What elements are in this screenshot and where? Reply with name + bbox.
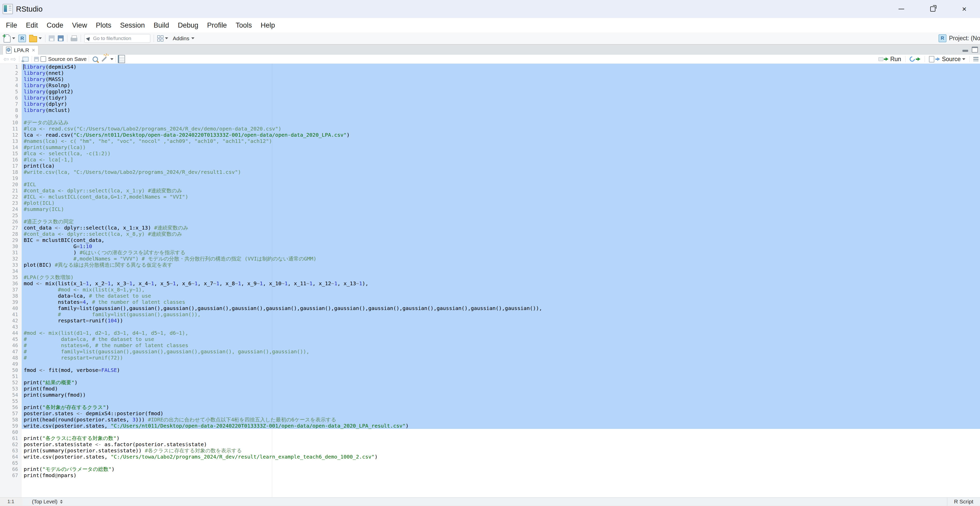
tab-close-icon[interactable]: ×	[32, 48, 35, 53]
code-line[interactable]: 24#summary(ICL)	[0, 206, 980, 212]
code-editor[interactable]: 1library(depmixS4)2library(nnet)3library…	[0, 64, 980, 497]
code-line[interactable]: 14#print(summary(lca))	[0, 144, 980, 150]
code-line[interactable]: 27cont_data <- dplyr::select(lca, x_1:x_…	[0, 224, 980, 231]
menu-file[interactable]: File	[2, 18, 22, 32]
new-file-button[interactable]: +	[2, 33, 17, 44]
code-line[interactable]: 38 data=lca, # the dataset to use	[0, 293, 980, 299]
code-line[interactable]: 13#names(lca) <- c( "hm", "he", "voc", "…	[0, 138, 980, 144]
code-line[interactable]: 50fmod <- fit(mod, verbose=FALSE)	[0, 367, 980, 373]
menu-edit[interactable]: Edit	[22, 18, 43, 32]
code-line[interactable]: 67print(fmod@npars)	[0, 472, 980, 478]
minimize-button[interactable]	[886, 0, 917, 18]
code-line[interactable]: 42 respstart=runif(104))	[0, 317, 980, 324]
code-line[interactable]: 39 nstates=4, # the number of latent cla…	[0, 299, 980, 305]
code-line[interactable]: 55	[0, 398, 980, 404]
code-line[interactable]: 2library(nnet)	[0, 70, 980, 76]
code-line[interactable]: 64write.csv(posterior.states, "C:/Users/…	[0, 453, 980, 460]
code-line[interactable]: 20#ICL	[0, 181, 980, 188]
code-line[interactable]: 25	[0, 212, 980, 218]
code-line[interactable]: 21#cont_data <- dplyr::select(lca, x_1:y…	[0, 188, 980, 194]
code-line[interactable]: 22#ICL <- mclustICL(cont_data,G=1:7,mode…	[0, 194, 980, 200]
save-all-button[interactable]	[56, 33, 65, 44]
code-line[interactable]: 19	[0, 175, 980, 181]
open-file-button[interactable]	[28, 33, 43, 44]
code-line[interactable]: 10#データの読み込み	[0, 119, 980, 126]
code-line[interactable]: 34	[0, 268, 980, 274]
file-type-selector[interactable]: R Script	[947, 498, 980, 506]
code-line[interactable]: 65	[0, 460, 980, 466]
code-line[interactable]: 45# data=lca, # the dataset to use	[0, 336, 980, 342]
code-line[interactable]: 66print("モデルのパラメータの総数")	[0, 466, 980, 472]
forward-icon[interactable]: ⇨	[10, 56, 17, 62]
code-line[interactable]: 54print(summary(fmod))	[0, 392, 980, 398]
scope-selector[interactable]: (Top Level)	[32, 499, 63, 505]
menu-view[interactable]: View	[68, 18, 92, 32]
code-line[interactable]: 52print("結果の概要")	[0, 379, 980, 385]
code-line[interactable]: 62posterior.states$state <- as.factor(po…	[0, 441, 980, 447]
code-line[interactable]: 31 ) #Gはいくつの潜在クラスを試すかを指示する	[0, 250, 980, 256]
code-line[interactable]: 4library(Rsolnp)	[0, 82, 980, 89]
code-line[interactable]: 11#lca <- read.csv("C:/Users/towa/Labo2/…	[0, 126, 980, 132]
tab-lpa-r[interactable]: LPA.R ×	[3, 45, 38, 55]
code-line[interactable]: 56print("各対象が存在するクラス")	[0, 404, 980, 411]
restore-button[interactable]	[917, 0, 948, 18]
minimize-pane-icon[interactable]	[963, 50, 968, 52]
code-line[interactable]: 12lca <- read.csv("C:/Users/nt011/Deskto…	[0, 132, 980, 138]
code-line[interactable]: 7library(dplyr)	[0, 101, 980, 107]
menu-session[interactable]: Session	[116, 18, 149, 32]
code-line[interactable]: 57posterior.states <- depmixS4::posterio…	[0, 411, 980, 417]
find-replace-icon[interactable]	[92, 56, 98, 62]
code-line[interactable]: 3library(MASS)	[0, 76, 980, 82]
code-line[interactable]: 43	[0, 324, 980, 330]
code-tools-caret-icon[interactable]	[110, 58, 113, 60]
menu-build[interactable]: Build	[149, 18, 173, 32]
close-button[interactable]: ×	[948, 0, 980, 18]
code-line[interactable]: 61print("各クラスに存在する対象の数")	[0, 435, 980, 441]
print-button[interactable]	[69, 33, 79, 44]
menu-profile[interactable]: Profile	[203, 18, 231, 32]
code-line[interactable]: 33plot(BIC) #異なる線は共分散構造に関する異なる仮定を表す	[0, 262, 980, 268]
save-button[interactable]	[47, 33, 56, 44]
code-line[interactable]: 40 family=list(gaussian(),gaussian(),gau…	[0, 305, 980, 311]
code-line[interactable]: 5library(ggplot2)	[0, 89, 980, 95]
code-line[interactable]: 9	[0, 113, 980, 119]
code-line[interactable]: 63print(summary(posterior.states$state))…	[0, 447, 980, 453]
menu-tools[interactable]: Tools	[231, 18, 256, 32]
code-line[interactable]: 8library(mclust)	[0, 107, 980, 113]
compile-report-icon[interactable]	[118, 55, 125, 63]
maximize-pane-icon[interactable]	[972, 47, 978, 53]
workspace-panes-button[interactable]	[156, 33, 170, 44]
code-tools-icon[interactable]	[102, 56, 107, 62]
menu-plots[interactable]: Plots	[92, 18, 116, 32]
run-button[interactable]: Run	[877, 55, 903, 63]
addins-button[interactable]: Addins	[170, 33, 196, 44]
code-line[interactable]: 17print(lca)	[0, 163, 980, 169]
code-line[interactable]: 28#cont_data <- dplyr::select(lca, x_8,y…	[0, 231, 980, 237]
code-line[interactable]: 16#lca <- lca[-1,]	[0, 156, 980, 163]
code-line[interactable]: 29BIC = mclustBIC(cont_data,	[0, 237, 980, 243]
open-in-new-window-icon[interactable]	[22, 57, 29, 62]
code-line[interactable]: 41 # family=list(gaussian(),gaussian()),	[0, 311, 980, 317]
code-line[interactable]: 48# respstart=runif(72))	[0, 355, 980, 361]
code-line[interactable]: 51	[0, 373, 980, 379]
source-on-save-checkbox[interactable]	[40, 56, 46, 62]
code-line[interactable]: 26#適正クラス数の同定	[0, 218, 980, 224]
code-line[interactable]: 44#mod <- mix(list(d1~1, d2~1, d3~1, d4~…	[0, 330, 980, 336]
code-line[interactable]: 46# nstates=6, # the number of latent cl…	[0, 342, 980, 348]
rerun-button[interactable]	[908, 55, 923, 63]
code-line[interactable]: 23#plot(ICL)	[0, 200, 980, 206]
source-button[interactable]: Source	[927, 55, 967, 63]
goto-file-input[interactable]: Go to file/function	[84, 34, 150, 43]
save-current-icon[interactable]	[34, 57, 39, 62]
document-outline-icon[interactable]	[973, 57, 978, 61]
code-line[interactable]: 35#LPA(クラス数増加)	[0, 274, 980, 280]
code-line[interactable]: 6library(tidyr)	[0, 95, 980, 101]
new-project-button[interactable]: R	[17, 33, 28, 44]
code-line[interactable]: 58print(head(round(posterior.states, 3))…	[0, 417, 980, 423]
code-line[interactable]: 53print(fmod)	[0, 385, 980, 392]
menu-debug[interactable]: Debug	[173, 18, 203, 32]
code-line[interactable]: 18#write.csv(lca, "C:/Users/towa/Labo2/p…	[0, 169, 980, 175]
code-line[interactable]: 32 #,modelNames = "VVV") # モデルの分散・共分散行列の…	[0, 256, 980, 262]
code-line[interactable]: 59write.csv(posterior.states, "C:/Users/…	[0, 423, 980, 429]
menu-help[interactable]: Help	[256, 18, 280, 32]
